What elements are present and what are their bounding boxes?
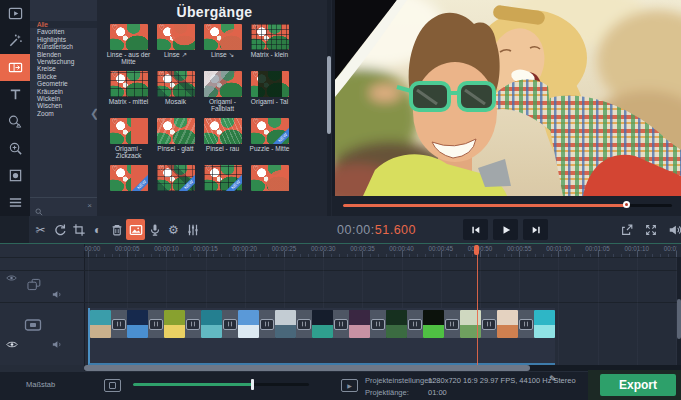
seek-handle[interactable] (623, 201, 630, 208)
sidebar-tool-transitions[interactable] (0, 54, 30, 81)
clip-transition-segment[interactable] (148, 310, 164, 338)
favorite-heart-icon[interactable]: ♡ (206, 118, 212, 126)
transition-badge-icon[interactable] (223, 319, 237, 330)
favorite-heart-icon[interactable]: ♡ (112, 24, 118, 32)
prev-frame-button[interactable] (463, 219, 488, 240)
clip-transition-segment[interactable] (185, 310, 201, 338)
transition-item[interactable]: ♡Origami - Fallblatt (199, 71, 246, 113)
transition-thumbnail[interactable]: ♡ (251, 165, 289, 191)
transition-badge-icon[interactable] (519, 319, 533, 330)
edit-settings-pencil-icon[interactable]: ✎ (549, 374, 557, 384)
category-zoom[interactable]: Zoom (30, 110, 97, 117)
category-highlights[interactable]: Highlights (30, 36, 97, 43)
transition-thumbnail[interactable]: ♡ (110, 24, 148, 50)
transition-badge-icon[interactable] (334, 319, 348, 330)
video-track-visibility-eye-icon[interactable] (6, 340, 18, 349)
sidebar-tool-filters[interactable] (0, 27, 30, 54)
favorite-heart-icon[interactable]: ♡ (206, 165, 212, 173)
transition-item[interactable]: ♡NEW (199, 165, 246, 207)
category-geometrie[interactable]: Geometrie (30, 80, 97, 87)
seek-bar[interactable] (343, 204, 672, 207)
sidebar-tool-more-tools[interactable] (0, 189, 30, 216)
clip-transition-segment[interactable] (222, 310, 238, 338)
timeline-clip[interactable] (201, 310, 222, 338)
timeline-clip[interactable] (349, 310, 370, 338)
timeline-clip[interactable] (238, 310, 259, 338)
favorite-heart-icon[interactable]: ♡ (159, 24, 165, 32)
timeline-scale-slider[interactable] (133, 383, 309, 386)
transition-thumbnail[interactable]: ♡ (251, 24, 289, 50)
timeline-clip[interactable] (386, 310, 407, 338)
clip-transition-segment[interactable] (370, 310, 386, 338)
favorite-heart-icon[interactable]: ♡ (159, 71, 165, 79)
transition-badge-icon[interactable] (371, 319, 385, 330)
category-wickeln[interactable]: Wickeln (30, 95, 97, 102)
timeline-clip[interactable] (497, 310, 518, 338)
transition-item[interactable]: ♡Linse ↘ (199, 24, 246, 66)
transitions-scrollbar[interactable] (327, 0, 331, 217)
transition-item[interactable]: ♡Linse ↗ (152, 24, 199, 66)
playhead-handle[interactable] (474, 245, 479, 255)
category-wischen[interactable]: Wischen (30, 102, 97, 109)
scrollbar-thumb[interactable] (677, 299, 681, 339)
transition-badge-icon[interactable] (186, 319, 200, 330)
transition-item[interactable]: ♡NEW (152, 165, 199, 207)
toolbar-transition-wizard-button[interactable] (126, 219, 145, 240)
transition-badge-icon[interactable] (260, 319, 274, 330)
timeline-clip[interactable] (164, 310, 185, 338)
favorite-heart-icon[interactable]: ♡ (206, 24, 212, 32)
transition-badge-icon[interactable] (482, 319, 496, 330)
toolbar-properties-button[interactable] (183, 219, 202, 240)
clip-transition-segment[interactable] (518, 310, 534, 338)
sidebar-tool-pan-zoom[interactable] (0, 135, 30, 162)
track2-visibility-eye-icon[interactable] (6, 274, 17, 282)
clip-transition-segment[interactable] (481, 310, 497, 338)
favorite-heart-icon[interactable]: ♡ (253, 71, 259, 79)
clear-search-icon[interactable]: × (87, 201, 92, 210)
transition-thumbnail[interactable]: ♡ (157, 24, 195, 50)
transition-item[interactable]: ♡Pinsel - glatt (152, 118, 199, 160)
next-frame-button[interactable] (523, 219, 548, 240)
timeline-ruler[interactable]: 00:00:0000:00:0500:00:1000:00:1500:00:20… (84, 244, 677, 257)
clip-transition-segment[interactable] (111, 310, 127, 338)
share-button[interactable] (618, 219, 636, 240)
sidebar-tool-callouts[interactable] (0, 108, 30, 135)
transition-thumbnail[interactable]: ♡NEW (157, 165, 195, 191)
transition-item[interactable]: ♡NEW (105, 165, 152, 207)
timeline-clip[interactable] (312, 310, 333, 338)
transition-thumbnail[interactable]: ♡ (157, 118, 195, 144)
toolbar-delete-button[interactable] (107, 219, 126, 240)
transition-item[interactable]: ♡Matrix - mittel (105, 71, 152, 113)
transition-item[interactable]: ♡Origami - Zickzack (105, 118, 152, 160)
transition-item[interactable]: ♡Pinsel - rau (199, 118, 246, 160)
favorite-heart-icon[interactable]: ♡ (206, 71, 212, 79)
category-blöcke[interactable]: Blöcke (30, 73, 97, 80)
toolbar-rotate-button[interactable] (50, 219, 69, 240)
zoom-fit-button[interactable] (104, 379, 121, 392)
transition-thumbnail[interactable]: ♡ (110, 118, 148, 144)
video-clip-block[interactable] (88, 308, 555, 365)
clip-transition-segment[interactable] (407, 310, 423, 338)
slider-handle[interactable] (251, 379, 254, 390)
transition-badge-icon[interactable] (445, 319, 459, 330)
favorite-heart-icon[interactable]: ♡ (159, 118, 165, 126)
timeline-clip[interactable] (423, 310, 444, 338)
transition-badge-icon[interactable] (297, 319, 311, 330)
transition-item[interactable]: ♡NEWPuzzle - Mitte (246, 118, 293, 160)
transition-badge-icon[interactable] (112, 319, 126, 330)
volume-button[interactable] (666, 219, 681, 240)
toolbar-settings-button[interactable]: ⚙ (164, 219, 183, 240)
category-kreise[interactable]: Kreise (30, 65, 97, 72)
transition-item[interactable]: ♡Matrix - klein (246, 24, 293, 66)
transition-item[interactable]: ♡ (246, 165, 293, 207)
transition-item[interactable]: ♡Origami - Tal (246, 71, 293, 113)
timeline-clip[interactable] (460, 310, 481, 338)
category-alle[interactable]: Alle (30, 21, 97, 28)
favorite-heart-icon[interactable]: ♡ (253, 24, 259, 32)
video-track-mute-speaker-icon[interactable] (52, 340, 62, 349)
favorite-heart-icon[interactable]: ♡ (253, 118, 259, 126)
clip-transition-segment[interactable] (333, 310, 349, 338)
sidebar-tool-crop[interactable] (0, 162, 30, 189)
zoom-frame-button[interactable]: ▶ (341, 379, 358, 392)
toolbar-record-button[interactable] (145, 219, 164, 240)
